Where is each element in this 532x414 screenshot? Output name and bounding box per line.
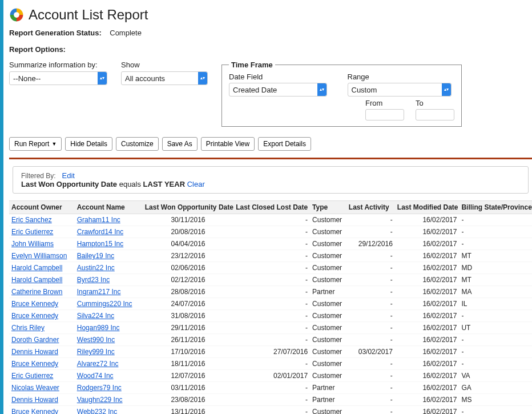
printable-view-button[interactable]: Printable View — [201, 137, 255, 151]
cell-last-modified: 16/02/2017 — [395, 358, 460, 370]
owner-link[interactable]: Eric Sanchez — [11, 216, 52, 224]
time-frame-fieldset: Time Frame Date Field Created Date ▴▾ Ra… — [221, 61, 462, 127]
owner-link[interactable]: Eric Gutierrez — [11, 372, 53, 380]
account-name-link[interactable]: Cummings220 Inc — [77, 300, 132, 308]
cell-billing: VA — [459, 370, 532, 382]
account-name-link[interactable]: Webb232 Inc — [77, 408, 118, 414]
cell-last-closed: - — [233, 382, 310, 394]
range-select[interactable]: Custom ▴▾ — [348, 83, 452, 97]
cell-billing: - — [459, 346, 532, 358]
cell-last-modified: 16/02/2017 — [395, 286, 460, 298]
cell-last-activity: - — [346, 214, 395, 226]
owner-link[interactable]: Bruce Kennedy — [11, 360, 58, 368]
account-name-link[interactable]: Crawford14 Inc — [77, 228, 123, 236]
col-header-type[interactable]: Type — [310, 201, 346, 214]
owner-link[interactable]: Doroth Gardner — [11, 336, 59, 344]
filter-op: equals — [119, 180, 141, 188]
account-name-link[interactable]: Hogan989 Inc — [77, 324, 120, 332]
filter-clear-link[interactable]: Clear — [187, 180, 205, 188]
owner-link[interactable]: Chris Riley — [11, 324, 45, 332]
account-name-link[interactable]: Bailey19 Inc — [77, 252, 114, 260]
account-name-link[interactable]: Alvarez72 Inc — [77, 360, 119, 368]
cell-last-activity: - — [346, 286, 395, 298]
cell-last-won: 24/07/2016 — [143, 298, 233, 310]
cell-last-won: 02/06/2016 — [143, 262, 233, 274]
account-name-link[interactable]: Hampton15 Inc — [77, 240, 123, 248]
table-header-row: Account Owner Account Name Last Won Oppo… — [9, 201, 532, 214]
account-name-link[interactable]: Silva224 Inc — [77, 312, 114, 320]
owner-link[interactable]: Dennis Howard — [11, 396, 58, 404]
cell-last-closed: - — [233, 214, 310, 226]
to-input[interactable] — [416, 109, 454, 120]
filter-edit-link[interactable]: Edit — [62, 171, 75, 180]
owner-link[interactable]: Bruce Kennedy — [11, 300, 58, 308]
show-select[interactable]: All accounts ▴▾ — [121, 71, 208, 85]
cell-last-closed: - — [233, 298, 310, 310]
customize-button[interactable]: Customize — [116, 137, 159, 151]
svg-point-1 — [14, 12, 19, 18]
cell-last-closed: - — [233, 322, 310, 334]
owner-link[interactable]: Harold Campbell — [11, 276, 62, 284]
cell-type: Customer — [310, 238, 346, 250]
time-frame-legend: Time Frame — [229, 61, 275, 69]
save-as-button[interactable]: Save As — [162, 137, 198, 151]
account-name-link[interactable]: West990 Inc — [77, 336, 115, 344]
cell-last-closed: 02/01/2017 — [233, 370, 310, 382]
cell-last-won: 03/11/2016 — [143, 382, 233, 394]
account-name-link[interactable]: Ingram217 Inc — [77, 288, 121, 296]
cell-last-activity: - — [346, 250, 395, 262]
col-header-billing[interactable]: Billing State/Province — [459, 201, 532, 214]
owner-link[interactable]: Bruce Kennedy — [11, 312, 58, 320]
col-header-owner[interactable]: Account Owner — [9, 201, 75, 214]
cell-last-won: 28/08/2016 — [143, 286, 233, 298]
table-row: Bruce KennedySilva224 Inc31/08/2016-Cust… — [9, 310, 532, 322]
cell-type: Customer — [310, 298, 346, 310]
owner-link[interactable]: Harold Campbell — [11, 264, 62, 272]
owner-link[interactable]: Catherine Brown — [11, 288, 62, 296]
filter-value: LAST YEAR — [143, 180, 185, 188]
col-header-name[interactable]: Account Name — [75, 201, 143, 214]
date-field-select[interactable]: Created Date ▴▾ — [229, 83, 327, 97]
cell-last-won: 23/12/2016 — [143, 250, 233, 262]
owner-link[interactable]: Eric Gutierrez — [11, 228, 53, 236]
date-field-label: Date Field — [229, 73, 336, 81]
col-header-last-modified[interactable]: Last Modified Date — [395, 201, 460, 214]
cell-billing: - — [459, 214, 532, 226]
owner-link[interactable]: Bruce Kennedy — [11, 408, 58, 414]
run-report-button[interactable]: Run Report ▼ — [9, 137, 62, 151]
account-name-link[interactable]: Riley999 Inc — [77, 348, 115, 356]
table-row: Harold CampbellAustin22 Inc02/06/2016-Cu… — [9, 262, 532, 274]
show-label: Show — [121, 61, 208, 69]
cell-last-won: 18/11/2016 — [143, 358, 233, 370]
owner-link[interactable]: Evelyn Williamson — [11, 252, 67, 260]
account-name-link[interactable]: Wood74 Inc — [77, 372, 114, 380]
hide-details-button[interactable]: Hide Details — [65, 137, 112, 151]
summarize-select[interactable]: --None-- ▴▾ — [9, 71, 107, 85]
cell-billing: - — [459, 406, 532, 415]
dropdown-arrows-icon: ▴▾ — [442, 83, 451, 96]
cell-last-modified: 16/02/2017 — [395, 250, 460, 262]
from-input[interactable] — [365, 109, 404, 120]
owner-link[interactable]: Nicolas Weaver — [11, 384, 59, 392]
col-header-last-activity[interactable]: Last Activity — [346, 201, 395, 214]
cell-billing: GA — [459, 382, 532, 394]
table-row: Bruce KennedyCummings220 Inc24/07/2016-C… — [9, 298, 532, 310]
status-label: Report Generation Status: — [9, 29, 102, 37]
table-row: Chris RileyHogan989 Inc29/11/2016-Custom… — [9, 322, 532, 334]
table-row: Eric GutierrezWood74 Inc12/07/201602/01/… — [9, 370, 532, 382]
account-name-link[interactable]: Austin22 Inc — [77, 264, 115, 272]
export-details-button[interactable]: Export Details — [258, 137, 311, 151]
account-name-link[interactable]: Rodgers79 Inc — [77, 384, 122, 392]
account-name-link[interactable]: Graham11 Inc — [77, 216, 120, 224]
to-label: To — [416, 99, 454, 107]
cell-last-activity: - — [346, 382, 395, 394]
account-name-link[interactable]: Byrd23 Inc — [77, 276, 110, 284]
col-header-last-won[interactable]: Last Won Opportunity Date — [143, 201, 233, 214]
dropdown-arrows-icon: ▴▾ — [317, 83, 327, 96]
col-header-last-closed[interactable]: Last Closed Lost Date — [233, 201, 310, 214]
owner-link[interactable]: John Williams — [11, 240, 54, 248]
owner-link[interactable]: Dennis Howard — [11, 348, 58, 356]
cell-billing: MT — [459, 250, 532, 262]
cell-last-modified: 16/02/2017 — [395, 370, 460, 382]
account-name-link[interactable]: Vaughn229 Inc — [77, 396, 123, 404]
